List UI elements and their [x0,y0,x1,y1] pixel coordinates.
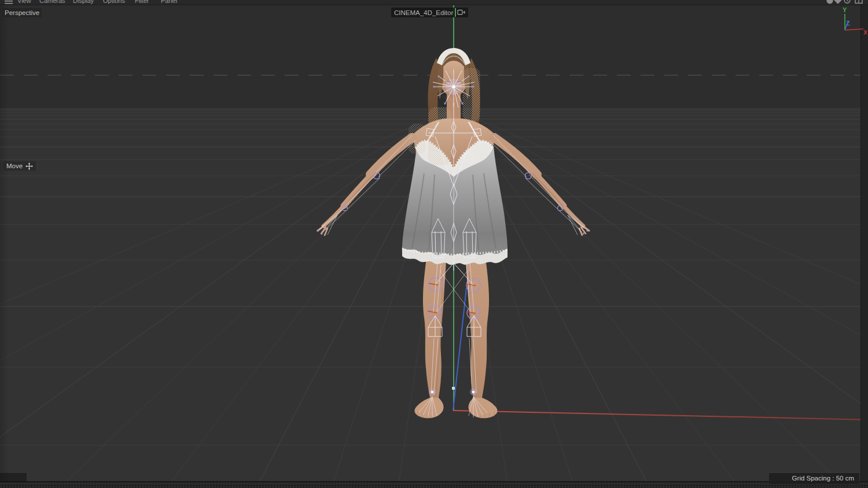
viewport-canvas[interactable] [0,0,868,488]
panel-corner-block [0,473,27,482]
panel-right-border [860,5,868,483]
gizmo-x-label: X [863,29,867,36]
view-projection-label: Perspective [2,8,42,17]
menu-item-panel[interactable]: Panel [161,0,177,4]
menu-item-display[interactable]: Display [73,0,94,4]
camera-label-text: CINEMA_4D_Editor [394,9,453,17]
viewport-menubar: View Cameras Display Options Filter Pane… [0,0,868,5]
active-tool-hint: Move [3,161,36,171]
menu-item-cameras[interactable]: Cameras [39,0,65,4]
axis-gizmo: Y Z X [838,6,867,36]
gizmo-y-label: Y [843,6,847,13]
sphere-icon[interactable] [826,0,833,4]
viewport-left-shade [0,5,9,481]
gizmo-z-label: Z [846,20,850,27]
grid-spacing-status: Grid Spacing : 50 cm [769,472,859,484]
move-tool-icon [25,162,33,170]
tool-hint-text: Move [6,162,23,170]
hamburger-menu-icon[interactable] [5,0,14,5]
camera-tag-icon[interactable] [457,9,465,16]
c4d-viewport-window: { "window": { "menu_items": ["View", "Ca… [0,0,868,488]
menu-item-options[interactable]: Options [103,0,125,4]
heart-icon[interactable] [834,0,842,4]
menu-item-filter[interactable]: Filter [135,0,149,4]
y-axis-passthrough [455,8,456,17]
panel-resize-grip[interactable] [0,483,868,488]
camera-label: CINEMA_4D_Editor [391,8,468,17]
menu-item-view[interactable]: View [17,0,31,4]
axis-handle-dot[interactable] [452,387,455,390]
panel-window-icon[interactable] [855,0,862,3]
